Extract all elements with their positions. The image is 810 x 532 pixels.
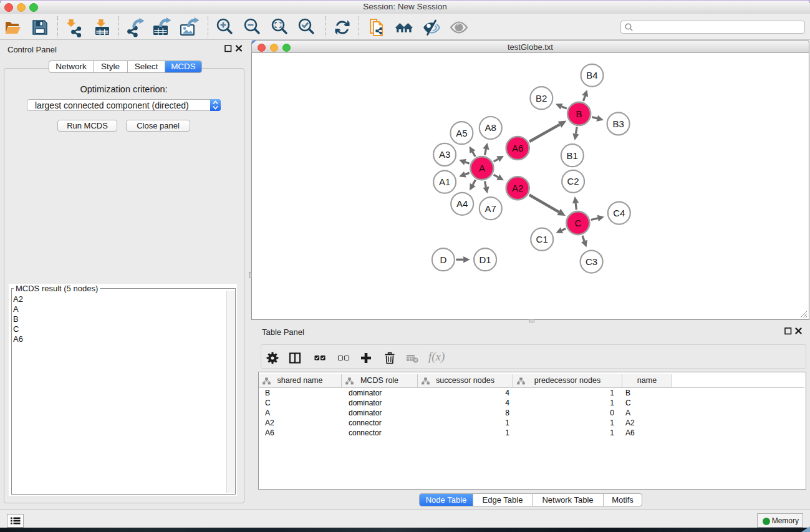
svg-text:A3: A3	[439, 149, 450, 160]
svg-text:A4: A4	[456, 198, 468, 209]
svg-text:C: C	[574, 218, 581, 228]
svg-text:B3: B3	[612, 118, 624, 129]
svg-text:A5: A5	[456, 128, 467, 138]
svg-text:A2: A2	[512, 183, 523, 193]
svg-text:C1: C1	[536, 234, 548, 244]
svg-text:D1: D1	[480, 254, 491, 265]
svg-text:A8: A8	[485, 122, 496, 133]
svg-text:C3: C3	[586, 256, 597, 267]
svg-text:A6: A6	[512, 143, 523, 153]
svg-text:A: A	[479, 163, 485, 173]
svg-text:D: D	[440, 254, 446, 265]
svg-text:A1: A1	[439, 177, 450, 187]
svg-text:B1: B1	[567, 150, 578, 161]
svg-text:B: B	[576, 109, 582, 119]
svg-text:A7: A7	[485, 203, 496, 214]
svg-text:C2: C2	[567, 176, 579, 186]
svg-text:B4: B4	[586, 70, 597, 80]
svg-text:B2: B2	[536, 93, 547, 104]
svg-text:C4: C4	[613, 208, 625, 218]
